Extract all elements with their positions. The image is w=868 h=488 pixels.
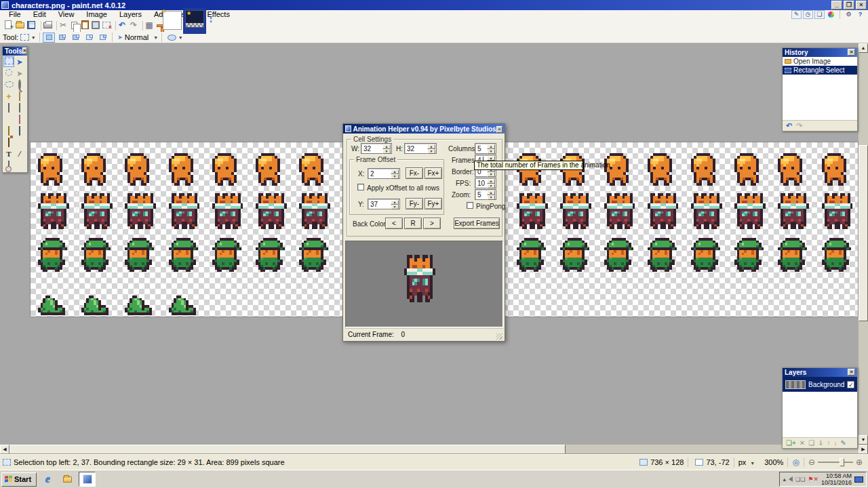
- columns-spinner[interactable]: ▲▼: [487, 144, 495, 152]
- antialias-dropdown[interactable]: ▼: [165, 33, 185, 43]
- color-picker-tool[interactable]: [14, 125, 25, 136]
- x-offset-spinner[interactable]: ▲▼: [391, 169, 399, 178]
- zoom-slider-thumb[interactable]: [840, 458, 844, 466]
- menu-file[interactable]: File: [3, 10, 27, 19]
- cell-height-field[interactable]: 32 ▲▼: [404, 143, 437, 154]
- display-icon[interactable]: [854, 476, 863, 483]
- delete-layer-button[interactable]: ✕: [800, 439, 805, 447]
- image-list-chevron-icon[interactable]: ▼▼: [209, 17, 213, 24]
- restore-button[interactable]: ❐: [844, 1, 854, 9]
- show-hidden-icons-icon[interactable]: ▴: [783, 476, 786, 483]
- magic-wand-tool[interactable]: ✦: [3, 91, 14, 102]
- deselect-button[interactable]: ×: [101, 20, 112, 30]
- layer-row-background[interactable]: Background ✓: [783, 377, 857, 392]
- open-file-button[interactable]: [14, 20, 25, 30]
- pencil-tool[interactable]: [3, 125, 14, 136]
- rectangle-select-tool[interactable]: [3, 56, 14, 67]
- move-selection-tool[interactable]: ➤: [14, 68, 25, 79]
- layer-visible-checkbox[interactable]: ✓: [847, 381, 854, 388]
- lasso-select-tool[interactable]: [3, 68, 14, 79]
- export-frames-button[interactable]: Export Frames: [454, 218, 500, 229]
- selection-mode-intersect[interactable]: [83, 33, 96, 43]
- unit-dropdown[interactable]: px ▼: [738, 458, 755, 466]
- minimize-button[interactable]: _: [831, 1, 842, 9]
- scroll-up-arrow[interactable]: ▲: [859, 43, 868, 53]
- ellipse-select-tool[interactable]: [3, 79, 14, 90]
- text-tool[interactable]: T: [3, 148, 14, 159]
- image-tab-characters[interactable]: ★: [183, 8, 206, 34]
- shapes-tool[interactable]: [3, 160, 14, 171]
- help-button[interactable]: ?: [855, 10, 865, 19]
- columns-field[interactable]: 5 ▲▼: [475, 143, 496, 154]
- fy-minus-button[interactable]: Fy-: [406, 198, 423, 209]
- blend-mode-dropdown[interactable]: ➤ Normal ▼: [115, 33, 159, 43]
- duplicate-layer-button[interactable]: ❏: [808, 439, 814, 447]
- selection-mode-add[interactable]: [56, 33, 68, 43]
- save-button[interactable]: [26, 20, 37, 30]
- vertical-scrollbar[interactable]: ▲ ▼: [859, 43, 868, 445]
- menu-effects[interactable]: Effects: [201, 10, 236, 19]
- layer-properties-button[interactable]: ✎: [841, 439, 846, 447]
- history-item-rectangle-select[interactable]: Rectangle Select: [783, 66, 857, 75]
- cut-button[interactable]: ✂: [58, 20, 68, 30]
- zoom-in-icon[interactable]: ⊕: [856, 458, 863, 467]
- undo-button[interactable]: ↶: [117, 20, 127, 30]
- horizontal-scroll-thumb[interactable]: [9, 445, 566, 454]
- pingpong-checkbox[interactable]: [467, 202, 473, 209]
- grid-button[interactable]: ▦: [144, 20, 155, 30]
- tools-panel-close-icon[interactable]: ×: [22, 47, 27, 54]
- line-curve-tool[interactable]: ⁄: [14, 148, 25, 159]
- zoom-field[interactable]: 5 ▲▼: [475, 189, 496, 200]
- settings-button[interactable]: ⚙: [844, 10, 854, 19]
- zoom-to-window-icon[interactable]: ◎: [792, 458, 799, 467]
- gradient-tool[interactable]: [14, 102, 25, 113]
- volume-icon[interactable]: [789, 476, 793, 482]
- selection-mode-invert[interactable]: [97, 33, 109, 43]
- colors-window-toggle[interactable]: [826, 10, 836, 19]
- resize-grip[interactable]: [496, 333, 502, 340]
- history-panel-close-icon[interactable]: ×: [848, 49, 855, 56]
- paintnet-task-button[interactable]: [79, 472, 96, 487]
- paint-bucket-tool[interactable]: [3, 102, 14, 113]
- crop-button[interactable]: [90, 20, 101, 30]
- explorer-folder-button[interactable]: [59, 472, 76, 487]
- cell-height-spinner[interactable]: ▲▼: [427, 144, 435, 152]
- back-color-next-button[interactable]: >: [423, 218, 441, 229]
- image-tab-other[interactable]: ★: [163, 11, 182, 30]
- move-pixels-tool[interactable]: ➤: [14, 56, 25, 67]
- eraser-tool[interactable]: [14, 114, 25, 125]
- internet-explorer-button[interactable]: e: [39, 472, 56, 487]
- back-color-prev-button[interactable]: <: [385, 218, 403, 229]
- alert-flag-icon[interactable]: ⚑✕: [808, 476, 818, 483]
- recolor-tool[interactable]: [14, 137, 25, 148]
- print-button[interactable]: [42, 20, 53, 30]
- move-layer-down-button[interactable]: ↓: [834, 439, 837, 447]
- clone-stamp-tool[interactable]: [3, 137, 14, 148]
- layers-window-toggle[interactable]: ❏: [814, 10, 825, 19]
- fx-minus-button[interactable]: Fx-: [406, 167, 423, 179]
- active-tool-dropdown[interactable]: ▼: [19, 33, 37, 43]
- cell-width-field[interactable]: 32 ▲▼: [361, 143, 392, 154]
- y-offset-spinner[interactable]: ▲▼: [391, 200, 399, 208]
- apply-xoffset-checkbox[interactable]: [357, 184, 364, 190]
- paste-button[interactable]: [79, 20, 90, 30]
- fps-spinner[interactable]: ▲▼: [487, 179, 495, 187]
- history-undo-button[interactable]: ↶: [786, 121, 792, 130]
- horizontal-scrollbar[interactable]: ◀ ▶: [0, 445, 868, 454]
- scroll-right-arrow[interactable]: ▶: [859, 445, 868, 454]
- menu-layers[interactable]: Layers: [113, 10, 148, 19]
- close-button[interactable]: ×: [856, 1, 867, 9]
- dialog-titlebar[interactable]: Animation Helper v0.94 by Pixelbyte Stud…: [343, 124, 505, 134]
- cell-width-spinner[interactable]: ▲▼: [382, 144, 391, 152]
- zoom-slider[interactable]: [818, 462, 853, 463]
- new-file-button[interactable]: +: [3, 20, 14, 30]
- add-layer-button[interactable]: ❏+: [786, 439, 796, 447]
- network-icon[interactable]: ❏❏: [795, 476, 805, 483]
- fx-plus-button[interactable]: Fx+: [425, 167, 442, 179]
- x-offset-field[interactable]: 2 ▲▼: [368, 168, 400, 179]
- zoom-tool[interactable]: [14, 79, 25, 90]
- selection-mode-subtract[interactable]: [70, 33, 82, 43]
- selection-mode-replace[interactable]: [43, 33, 55, 43]
- move-layer-up-button[interactable]: ↑: [827, 439, 831, 447]
- back-color-r-button[interactable]: R: [404, 218, 422, 229]
